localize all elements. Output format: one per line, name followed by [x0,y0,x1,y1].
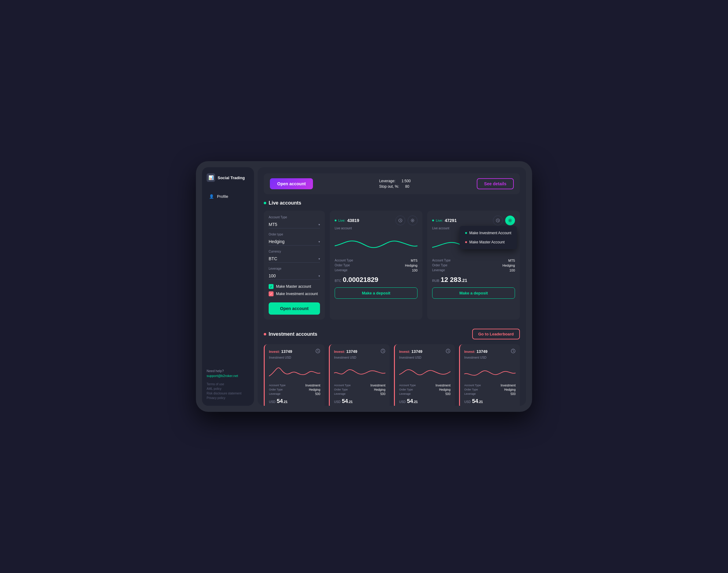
help-email[interactable]: support@b2roker.net [207,374,249,378]
investment-accounts-header: Investment accounts Go to Leaderboard [264,329,520,340]
top-card: Open account Leverage: 1:500 Stop out, %… [264,173,520,194]
live-accounts-header: Live accounts [264,200,520,206]
live-account-card-2: Live: 47291 [427,211,520,319]
tablet-frame: 📊 Social Trading 👤 Profile Need help? su… [196,161,532,412]
live-number-2: 47291 [445,218,457,223]
invest-chart-1 [269,362,320,381]
live-indicator-2 [432,219,434,221]
main-content: Open account Leverage: 1:500 Stop out, %… [258,167,526,406]
history-button-2[interactable] [493,216,503,225]
invest-card-3: Invest: 13749 Investment USD [394,344,455,406]
sidebar: 📊 Social Trading 👤 Profile Need help? su… [202,167,254,406]
invest-balance-1: USD 54.21 [269,398,320,405]
dropdown-item-master[interactable]: Make Master Account [462,238,514,247]
deposit-button-1[interactable]: Make a deposit [335,288,417,299]
invest-balance-3: USD 54.21 [399,398,450,405]
svg-point-3 [509,220,511,221]
open-account-button-top[interactable]: Open account [270,178,313,189]
open-account-button-form[interactable]: Open account [269,302,320,315]
settings-button-1[interactable] [408,216,417,225]
order-type-select[interactable]: Hedging ▾ [269,238,320,246]
currency-label: Currency [269,250,320,253]
invest-badge-row-1: Invest: 13749 [269,349,292,354]
leaderboard-button[interactable]: Go to Leaderboard [472,329,520,340]
invest-history-btn-3[interactable] [446,349,450,355]
help-label: Need help? [207,369,249,373]
svg-point-1 [412,220,413,221]
invest-detail-order-2: Order Type Hedging [334,388,385,392]
invest-badge-row-3: Invest: 13749 [399,349,423,354]
history-button-1[interactable] [395,216,405,225]
dropdown-item-investment[interactable]: Make Investment Account [462,228,514,238]
invest-subtitle-1: Investment USD [269,356,320,359]
live-text-2: Live: [436,219,443,222]
invest-card-2: Invest: 13749 Investment USD [329,344,390,406]
live-chart-1 [335,233,417,255]
logo-icon: 📊 [207,173,215,182]
live-number-1: 43819 [347,218,359,223]
account-type-select[interactable]: MT5 ▾ [269,221,320,228]
sidebar-logo-text: Social Trading [218,175,245,180]
deposit-button-2[interactable]: Make a deposit [432,288,515,299]
make-master-checkbox[interactable]: ✓ Make Master account [269,284,320,289]
invest-badge-row-2: Invest: 13749 [334,349,357,354]
invest-header-2: Invest: 13749 [334,349,385,355]
invest-header-4: Invest: 13749 [464,349,516,355]
risk-link[interactable]: Risk disclosure statement [207,392,249,395]
invest-detail-leverage-2: Leverage 500 [334,392,385,396]
leverage-group: Leverage 100 ▾ [269,267,320,280]
invest-subtitle-3: Investment USD [399,356,450,359]
account-card-header-2: Live: 47291 [432,216,515,225]
invest-subtitle-2: Investment USD [334,356,385,359]
profile-icon: 👤 [209,194,214,199]
currency-group: Currency BTC ▾ [269,250,320,263]
investment-accounts-grid: Invest: 13749 Investment USD [264,344,520,406]
detail-leverage-2: Leverage 100 [432,268,515,272]
invest-detail-order-4: Order Type Hedging [464,388,516,392]
detail-order-type-2: Order Type Hedging [432,264,515,267]
account-actions-1 [395,216,417,225]
terms-link[interactable]: Terms of use [207,382,249,386]
invest-subtitle-4: Investment USD [464,356,516,359]
sidebar-item-profile[interactable]: 👤 Profile [207,191,249,202]
master-dot-icon [465,241,467,243]
balance-display-1: BTC 0.00021829 [335,276,417,284]
invest-detail-type-1: Account Type Investment [269,384,320,387]
sidebar-logo: 📊 Social Trading [207,173,249,182]
order-type-group: Order type Hedging ▾ [269,233,320,246]
balance-currency-1: BTC [335,279,341,282]
aml-link[interactable]: AML policy [207,387,249,390]
see-details-button[interactable]: See details [477,178,514,189]
invest-balance-4: USD 54.21 [464,398,516,405]
stop-out-value: 80 [405,185,409,189]
chevron-down-icon-4: ▾ [319,274,320,278]
investment-dot-icon [465,232,467,234]
account-card-header-1: Live: 43819 [335,216,417,225]
master-checkbox-icon: ✓ [269,284,274,289]
privacy-link[interactable]: Privacy policy [207,396,249,400]
detail-account-type-1: Account Type MT5 [335,259,417,262]
leverage-row: Leverage: 1:500 [379,179,410,183]
balance-display-2: RUB 12 283.21 [432,276,515,284]
invest-card-1: Invest: 13749 Investment USD [264,344,325,406]
balance-currency-2: RUB [432,279,439,282]
account-type-group: Account Type MT5 ▾ [269,216,320,228]
invest-chart-2 [334,362,385,381]
sidebar-links: Terms of use AML policy Risk disclosure … [207,382,249,400]
invest-history-btn-2[interactable] [381,349,385,355]
settings-button-2[interactable] [505,216,515,225]
live-accounts-title: Live accounts [264,200,301,206]
live-badge-1: Live: 43819 [335,218,359,223]
make-investment-checkbox[interactable]: ✓ Make Investment account [269,292,320,296]
checkbox-group: ✓ Make Master account ✓ Make Investment … [269,284,320,296]
live-account-card-1: Live: 43819 [330,211,423,319]
invest-history-btn-1[interactable] [316,349,320,355]
leverage-select[interactable]: 100 ▾ [269,272,320,280]
invest-history-btn-4[interactable] [511,349,516,355]
invest-detail-type-4: Account Type Investment [464,384,516,387]
currency-select[interactable]: BTC ▾ [269,255,320,263]
balance-amount-2: 12 283.21 [441,276,467,283]
live-accounts-grid: Account Type MT5 ▾ Order type Hedging ▾ … [264,211,520,319]
invest-header-3: Invest: 13749 [399,349,450,355]
live-badge-2: Live: 47291 [432,218,457,223]
